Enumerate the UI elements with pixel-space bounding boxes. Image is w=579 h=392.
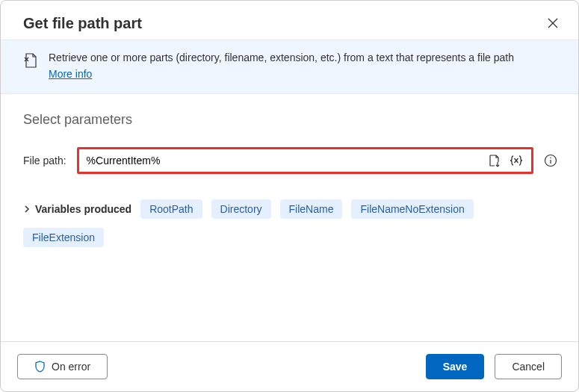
titlebar: Get file path part [1, 1, 578, 40]
on-error-label: On error [52, 361, 90, 373]
file-path-row: File path: [23, 147, 557, 174]
chevron-right-icon [23, 205, 31, 214]
help-button[interactable] [544, 154, 557, 167]
variables-produced-toggle[interactable]: Variables produced [23, 203, 131, 215]
file-path-input-wrap [77, 147, 533, 174]
svg-point-6 [550, 158, 551, 159]
variables-produced-label: Variables produced [35, 203, 131, 215]
banner-description: Retrieve one or more parts (directory, f… [49, 52, 514, 63]
variables-produced-row: Variables produced RootPath Directory Fi… [23, 199, 557, 247]
variable-pill[interactable]: FileNameNoExtension [351, 199, 473, 219]
file-picker-button[interactable] [486, 152, 503, 169]
shield-icon [34, 361, 46, 373]
dialog-title: Get file path part [23, 15, 142, 32]
variable-pill[interactable]: Directory [211, 199, 271, 219]
file-path-input[interactable] [79, 149, 486, 172]
section-heading: Select parameters [23, 112, 557, 128]
file-icon [23, 51, 38, 81]
info-icon [544, 154, 557, 167]
variable-icon [509, 154, 524, 167]
save-button[interactable]: Save [426, 354, 485, 379]
variable-pill[interactable]: RootPath [140, 199, 202, 219]
file-path-label: File path: [23, 155, 66, 167]
variable-pill[interactable]: FileExtension [23, 228, 104, 247]
on-error-button[interactable]: On error [17, 354, 108, 379]
close-button[interactable] [544, 14, 562, 32]
footer-right: Save Cancel [426, 354, 562, 379]
info-banner: Retrieve one or more parts (directory, f… [1, 40, 578, 94]
variable-picker-button[interactable] [507, 152, 525, 169]
dialog-body: Select parameters File path: [1, 94, 578, 341]
variable-pill[interactable]: FileName [280, 199, 343, 219]
file-picker-icon [488, 154, 501, 167]
input-icon-group [486, 152, 531, 169]
more-info-link[interactable]: More info [49, 67, 92, 82]
banner-text: Retrieve one or more parts (directory, f… [49, 51, 514, 81]
cancel-button[interactable]: Cancel [495, 354, 562, 379]
dialog: Get file path part Retrieve one or more … [0, 0, 579, 392]
close-icon [547, 17, 559, 29]
dialog-footer: On error Save Cancel [1, 341, 578, 391]
